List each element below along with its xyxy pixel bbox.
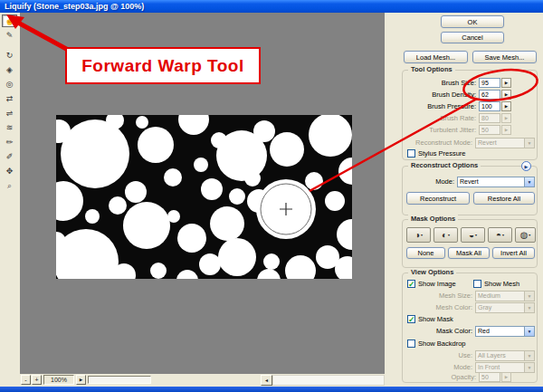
add-to-selection-button[interactable]: ◐ ▾ [433,227,458,243]
push-left-tool-button[interactable]: ⇄ [2,92,17,105]
thaw-mask-tool-button[interactable]: ✐ [2,150,17,163]
forward-warp-tool-button[interactable]: ☝ [2,14,17,27]
stylus-pressure-label: Stylus Pressure [418,149,466,158]
reconstruct-revert-select[interactable]: Revert ▼ [457,177,535,187]
turbulence-icon: ≋ [6,123,14,132]
show-mesh-checkbox[interactable] [473,280,481,288]
subtract-from-selection-button[interactable]: ◒ ▾ [461,227,485,243]
spinner-arrow-icon: ▶ [505,104,508,109]
bloat-tool-button[interactable]: ◎ [2,78,17,91]
mesh-size-label: Mesh Size: [439,292,472,300]
freeze-mask-tool-button[interactable]: ✏ [2,136,17,148]
backdrop-mode-label: Mode: [453,363,472,371]
mask-color-label: Mask Color: [436,327,472,335]
brush-density-label: Brush Density: [432,91,476,99]
reconstruct-icon: ✎ [6,31,14,40]
use-select: All Layers ▼ [475,350,535,361]
cancel-button[interactable]: Cancel [441,32,504,43]
spinner-arrow-icon: ▶ [505,128,508,132]
opacity-spinner: ▶ [501,372,511,382]
save-mesh-button[interactable]: Save Mesh... [472,51,537,63]
combo-arrow-icon: ▼ [524,292,534,301]
scroll-left-button[interactable]: ◂ [261,375,272,386]
combo-arrow-icon: ▼ [524,351,534,360]
hand-tool-button[interactable]: ✥ [2,165,17,177]
show-backdrop-checkbox[interactable] [407,339,415,348]
brush-density-spinner[interactable]: ▶ [501,90,511,100]
invert-all-button[interactable]: Invert All [492,247,535,259]
zoom-out-button[interactable]: - [21,375,31,385]
pucker-icon: ◈ [6,65,13,74]
invert-selection-button[interactable]: ◍ ▾ [515,227,536,243]
tool-options-legend: Tool Options [408,65,455,73]
window-title: Liquify (Stone_step03a.jpg @ 100%) [5,2,144,11]
ok-button[interactable]: OK [441,15,504,28]
combo-arrow-icon: ▼ [524,363,534,372]
replace-selection-button[interactable]: ◑ ▾ [406,227,431,243]
reconstruct-mode-select: Revert ▼ [475,138,535,148]
title-bar[interactable]: Liquify (Stone_step03a.jpg @ 100%) [0,0,543,13]
spinner-arrow-icon: ▶ [505,92,508,97]
turbulence-tool-button[interactable]: ≋ [2,121,17,134]
tool-callout-text: Forward Warp Tool [81,56,244,76]
reconstruct-tool-button[interactable]: ✎ [2,29,17,42]
zoom-tool-button[interactable]: ⌕ [2,179,17,192]
push-left-icon: ⇄ [6,94,14,103]
mask-color-select[interactable]: Red ▼ [475,326,535,337]
show-mask-checkbox[interactable]: ✓ [407,315,415,323]
reconstruct-button[interactable]: Reconstruct [406,192,470,205]
restore-all-button[interactable]: Restore All [473,192,535,205]
combo-arrow-icon: ▼ [524,303,534,312]
brush-pressure-input[interactable]: 100 [479,101,500,111]
zoom-in-button[interactable]: + [32,375,42,385]
zoom-level-display[interactable]: 100% [43,375,74,385]
forward-warp-icon: ☝ [5,16,14,25]
pucker-tool-button[interactable]: ◈ [2,63,17,76]
tool-strip-divider [2,43,19,47]
brush-density-input[interactable]: 62 [479,90,500,100]
show-mesh-label: Show Mesh [484,280,519,288]
spinner-arrow-icon: ▶ [505,116,508,120]
stylus-pressure-checkbox[interactable] [407,149,415,158]
spinner-arrow-icon: ▶ [80,378,82,382]
bloat-icon: ◎ [6,80,14,89]
mesh-size-select: Medium ▼ [475,291,535,301]
show-image-label: Show Image [418,280,456,288]
mask-dropdown-icon: ▾ [529,233,530,237]
twirl-clockwise-tool-button[interactable]: ↻ [2,49,17,62]
brush-size-spinner[interactable]: ▶ [501,78,511,88]
intersect-with-selection-button[interactable]: ◓ ▾ [488,227,512,243]
brush-rate-label: Brush Rate: [440,114,476,122]
reconstruct-options-legend: Reconstruct Options [408,161,481,169]
zoom-menu-button[interactable]: ▶ [76,375,86,385]
window-bottom-edge [0,387,543,392]
mask-all-button[interactable]: Mask All [448,247,490,259]
mask-dropdown-icon: ▾ [421,233,423,237]
none-button[interactable]: None [406,247,445,259]
mask-dropdown-icon: ▾ [502,233,504,237]
mesh-color-label: Mesh Color: [436,303,472,311]
liquify-dialog: Liquify (Stone_step03a.jpg @ 100%) ☝ ✎ ↻… [0,0,543,392]
play-icon: ▶ [525,164,529,169]
freeze-mask-icon: ✏ [6,138,14,147]
turbulent-jitter-spinner: ▶ [501,125,511,135]
view-options-group: View Options ✓ Show Image Show Mesh Mesh… [402,272,538,383]
brush-size-label: Brush Size: [442,79,476,87]
reconstruct-options-menu-button[interactable]: ▶ [521,161,531,171]
show-image-checkbox[interactable]: ✓ [407,280,415,288]
brush-pressure-label: Brush Pressure: [427,102,476,110]
progress-bar [88,376,151,384]
mirror-tool-button[interactable]: ⇌ [2,107,17,120]
stone-image [56,115,352,279]
brush-size-input[interactable]: 95 [479,78,500,88]
brush-pressure-spinner[interactable]: ▶ [501,101,511,111]
load-mesh-button[interactable]: Load Mesh... [404,51,468,63]
combo-arrow-icon: ▼ [524,139,534,148]
turbulent-jitter-input: 50 [479,125,500,135]
mask-dropdown-icon: ▾ [448,233,450,237]
mesh-color-select: Gray ▼ [475,302,535,313]
horizontal-scrollbar[interactable] [272,375,385,386]
invert-selection-icon: ◍ [520,231,529,240]
mask-dropdown-icon: ▾ [475,233,477,237]
show-backdrop-label: Show Backdrop [418,339,466,348]
